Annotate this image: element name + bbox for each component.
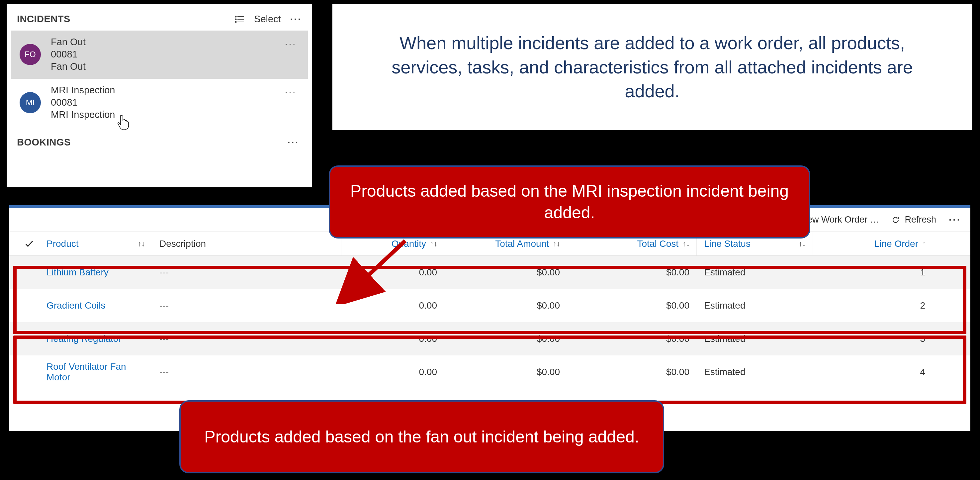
incident-title: Fan Out	[51, 37, 86, 48]
refresh-label: Refresh	[905, 215, 936, 225]
callout-fanout: Products added based on the fan out inci…	[179, 400, 664, 474]
cell-product[interactable]: Lithium Battery	[39, 267, 152, 278]
cell-line-order: 2	[813, 300, 932, 311]
cell-product[interactable]: Roof Ventilator Fan Motor	[39, 361, 152, 383]
incident-title: MRI Inspection	[51, 85, 115, 96]
cell-total-amount: $0.00	[444, 267, 567, 278]
table-row[interactable]: Lithium Battery --- 0.00 $0.00 $0.00 Est…	[9, 256, 970, 289]
svg-point-5	[235, 21, 236, 22]
cell-line-status: Estimated	[697, 300, 813, 311]
incidents-panel: INCIDENTS Select ··· FO Fan Out 00081 Fa…	[6, 4, 312, 187]
incident-number: 00081	[51, 97, 115, 108]
new-work-order-label: New Work Order …	[801, 215, 879, 225]
incident-type: Fan Out	[51, 61, 86, 72]
table-row[interactable]: Gradient Coils --- 0.00 $0.00 $0.00 Esti…	[9, 289, 970, 322]
sort-icon[interactable]: ↑↓	[682, 239, 690, 248]
table-row[interactable]: Roof Ventilator Fan Motor --- 0.00 $0.00…	[9, 356, 970, 389]
sort-icon[interactable]: ↑	[922, 239, 926, 248]
cell-quantity: 0.00	[341, 333, 444, 344]
products-grid: New Work Order … Refresh ··· Product↑↓ D…	[9, 205, 970, 431]
incident-number: 00081	[51, 49, 86, 60]
incident-item-mri-inspection[interactable]: MI MRI Inspection 00081 MRI Inspection ·…	[11, 79, 308, 127]
cell-description: ---	[152, 333, 341, 344]
incidents-title: INCIDENTS	[17, 14, 70, 25]
bookings-header: BOOKINGS ···	[11, 127, 308, 148]
cell-total-cost: $0.00	[567, 367, 697, 377]
select-all-checkbox[interactable]	[19, 239, 39, 249]
cell-total-amount: $0.00	[444, 333, 567, 344]
svg-line-6	[352, 241, 405, 291]
col-header-description[interactable]: Description	[152, 232, 341, 255]
list-icon[interactable]	[235, 15, 245, 23]
cell-total-cost: $0.00	[567, 333, 697, 344]
col-header-product[interactable]: Product↑↓	[39, 232, 152, 255]
svg-point-4	[235, 19, 236, 19]
bookings-title: BOOKINGS	[17, 137, 71, 148]
grid-body: Lithium Battery --- 0.00 $0.00 $0.00 Est…	[9, 256, 970, 389]
cell-line-status: Estimated	[697, 367, 813, 377]
callout-mri: Products added based on the MRI inspecti…	[329, 166, 810, 239]
cell-total-amount: $0.00	[444, 367, 567, 377]
cell-line-order: 1	[813, 267, 932, 278]
incident-lines: Fan Out 00081 Fan Out	[51, 37, 86, 72]
more-icon[interactable]: ···	[290, 14, 302, 25]
more-icon[interactable]: ···	[949, 214, 961, 226]
sort-icon[interactable]: ↑↓	[553, 239, 560, 248]
cell-quantity: 0.00	[341, 367, 444, 377]
avatar-initials: MI	[26, 98, 35, 107]
sort-icon[interactable]: ↑↓	[430, 239, 438, 248]
incidents-header-actions: Select ···	[235, 14, 302, 25]
select-button[interactable]: Select	[254, 14, 281, 25]
refresh-button[interactable]: Refresh	[891, 215, 936, 225]
cell-line-status: Estimated	[697, 267, 813, 278]
cell-description: ---	[152, 300, 341, 311]
caption-top: When multiple incidents are added to a w…	[332, 4, 972, 130]
cell-product[interactable]: Gradient Coils	[39, 300, 152, 311]
arrow-icon	[332, 238, 418, 304]
col-header-line-order[interactable]: Line Order↑	[813, 232, 932, 255]
callout-mri-text: Products added based on the MRI inspecti…	[350, 180, 789, 223]
sort-icon[interactable]: ↑↓	[138, 239, 145, 248]
incident-lines: MRI Inspection 00081 MRI Inspection	[51, 85, 115, 120]
avatar-initials: FO	[25, 50, 35, 59]
avatar: FO	[20, 44, 41, 65]
cell-line-order: 4	[813, 367, 932, 377]
svg-point-3	[235, 16, 236, 17]
incident-item-fan-out[interactable]: FO Fan Out 00081 Fan Out ···	[11, 30, 308, 79]
caption-top-text: When multiple incidents are added to a w…	[362, 31, 942, 104]
cell-line-status: Estimated	[697, 333, 813, 344]
sort-icon[interactable]: ↑↓	[799, 239, 806, 248]
more-icon[interactable]: ···	[285, 87, 297, 97]
cell-description: ---	[152, 367, 341, 377]
incident-type: MRI Inspection	[51, 109, 115, 120]
more-icon[interactable]: ···	[288, 137, 299, 148]
cell-total-cost: $0.00	[567, 300, 697, 311]
avatar: MI	[20, 92, 41, 113]
incidents-header: INCIDENTS Select ···	[11, 14, 308, 30]
cell-description: ---	[152, 267, 341, 278]
more-icon[interactable]: ···	[285, 38, 297, 49]
cell-total-cost: $0.00	[567, 267, 697, 278]
cell-total-amount: $0.00	[444, 300, 567, 311]
cell-product[interactable]: Heating Regulator	[39, 333, 152, 344]
cell-line-order: 3	[813, 333, 932, 344]
callout-fanout-text: Products added based on the fan out inci…	[204, 426, 639, 448]
table-row[interactable]: Heating Regulator --- 0.00 $0.00 $0.00 E…	[9, 322, 970, 356]
